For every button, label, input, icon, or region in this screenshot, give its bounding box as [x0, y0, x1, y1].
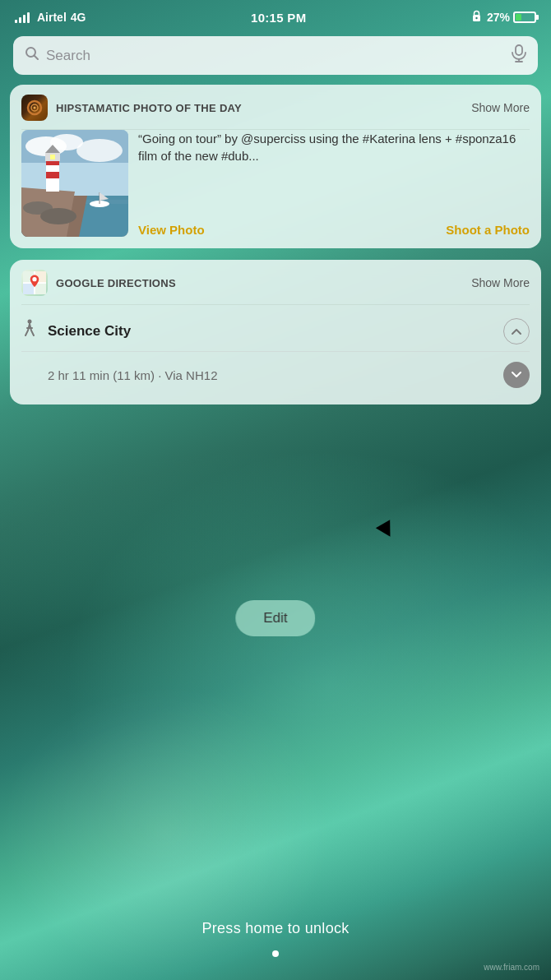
photo-actions: View Photo Shoot a Photo [138, 223, 530, 237]
battery-fill [516, 14, 521, 21]
hipstamatic-title: HIPSTAMATIC PHOTO OF THE DAY [56, 102, 463, 114]
battery-percent: 27% [487, 11, 510, 24]
cards-container: HIPSTAMATIC PHOTO OF THE DAY Show More [0, 85, 551, 404]
svg-point-20 [40, 208, 76, 224]
hipstamatic-app-icon [21, 95, 48, 121]
svg-line-3 [35, 56, 39, 60]
svg-rect-23 [46, 172, 59, 178]
google-maps-app-icon [21, 270, 48, 296]
photo-description: “Going on tour” by @superciss using the … [138, 130, 530, 164]
signal-bars [15, 12, 30, 23]
svg-point-38 [28, 319, 32, 323]
photo-thumbnail [21, 130, 128, 237]
status-time: 10:15 PM [251, 11, 306, 25]
route-info-row: 2 hr 11 min (11 km) · Via NH12 [21, 352, 530, 391]
walking-icon [21, 319, 38, 344]
destination-row: Science City [21, 312, 530, 352]
edit-button[interactable]: Edit [235, 600, 315, 636]
ui-layer: Airtel 4G 10:15 PM 27% [0, 0, 551, 980]
svg-point-9 [34, 107, 36, 109]
chevron-down-button[interactable] [503, 362, 530, 388]
photo-text-content: “Going on tour” by @superciss using the … [138, 130, 530, 237]
maps-content: Science City 2 hr 11 min (11 km) · Via N… [10, 305, 541, 404]
signal-bar-4 [27, 12, 30, 23]
signal-bar-3 [23, 15, 25, 23]
page-dots [0, 950, 551, 957]
press-home-label: Press home to unlock [0, 920, 551, 937]
watermark: www.friam.com [484, 963, 539, 972]
google-show-more[interactable]: Show More [471, 276, 530, 289]
google-directions-card: GOOGLE DIRECTIONS Show More [10, 260, 541, 404]
google-title: GOOGLE DIRECTIONS [56, 277, 463, 289]
hipstamatic-show-more[interactable]: Show More [471, 101, 530, 114]
page-dot-1 [272, 950, 279, 957]
hipstamatic-header: HIPSTAMATIC PHOTO OF THE DAY Show More [10, 85, 541, 129]
svg-point-14 [76, 139, 123, 162]
lock-icon [471, 10, 482, 25]
status-right: 27% [471, 10, 536, 25]
network-type-label: 4G [71, 11, 86, 24]
status-left: Airtel 4G [15, 11, 86, 24]
route-info-text: 2 hr 11 min (11 km) · Via NH12 [48, 368, 217, 382]
destination-name: Science City [48, 323, 131, 340]
battery-icon [513, 12, 536, 23]
svg-rect-26 [50, 155, 55, 159]
signal-bar-1 [15, 20, 17, 23]
hipstamatic-content: “Going on tour” by @superciss using the … [10, 130, 541, 248]
carrier-label: Airtel [37, 11, 67, 24]
status-bar: Airtel 4G 10:15 PM 27% [0, 0, 551, 31]
hipstamatic-card: HIPSTAMATIC PHOTO OF THE DAY Show More [10, 85, 541, 248]
view-photo-button[interactable]: View Photo [138, 223, 205, 237]
search-icon [25, 46, 39, 65]
svg-rect-4 [516, 45, 522, 55]
search-bar[interactable]: Search [13, 36, 538, 75]
signal-bar-2 [19, 17, 21, 23]
cursor [376, 520, 397, 541]
destination-left: Science City [21, 319, 131, 344]
google-header: GOOGLE DIRECTIONS Show More [10, 260, 541, 304]
battery-wrap: 27% [487, 11, 536, 24]
svg-point-37 [32, 277, 36, 281]
route-info-left: 2 hr 11 min (11 km) · Via NH12 [21, 368, 217, 382]
search-placeholder: Search [46, 48, 505, 64]
microphone-icon[interactable] [512, 44, 526, 67]
svg-point-1 [475, 17, 477, 19]
chevron-up-button[interactable] [503, 318, 530, 344]
shoot-photo-button[interactable]: Shoot a Photo [446, 223, 530, 237]
